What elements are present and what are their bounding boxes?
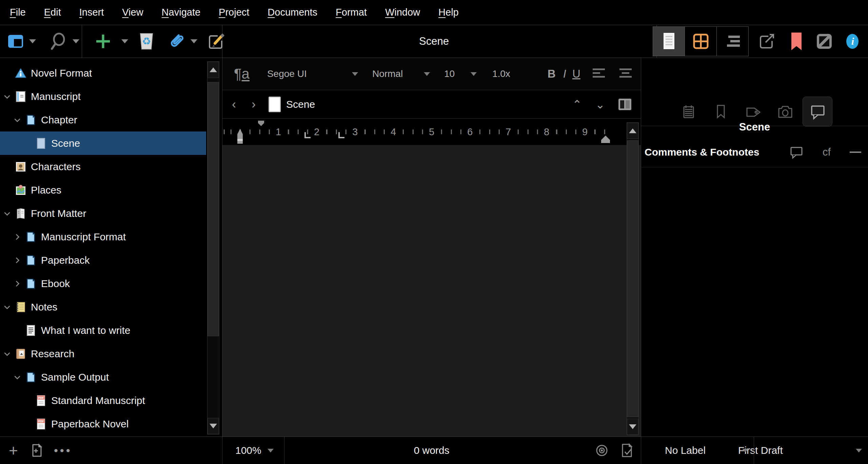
paragraph-style-select[interactable]: Normal [372,68,424,79]
compose-mode-icon[interactable] [816,33,833,50]
align-left-icon[interactable] [592,67,606,81]
align-center-icon[interactable] [618,67,633,81]
chevron-down-icon[interactable] [12,116,22,124]
document-icon[interactable] [269,97,281,112]
font-size-select[interactable]: 10 [444,68,471,79]
scroll-up-arrow[interactable] [627,123,638,139]
scroll-down-arrow[interactable] [208,418,219,434]
show-invisibles-icon[interactable]: ¶a [234,67,250,81]
binder-item-what-i-want-to-write[interactable]: What I want to write [0,319,206,342]
more-options-icon[interactable]: ••• [54,444,72,457]
menu-item-insert[interactable]: Insert [79,7,104,18]
menu-item-help[interactable]: Help [438,7,459,18]
ruler-number: 2 [311,126,322,138]
bookmark-icon[interactable] [791,33,802,50]
first-line-indent-marker[interactable] [257,120,265,127]
menu-item-navigate[interactable]: Navigate [162,7,200,18]
add-comment-icon[interactable] [789,145,804,159]
binder-item-places[interactable]: Places [0,178,206,202]
editor-text-area[interactable] [222,145,641,437]
binder-item-characters[interactable]: Characters [0,155,206,178]
binder-item-label: Chapter [41,114,77,126]
split-view-icon[interactable] [618,98,632,111]
menu-item-project[interactable]: Project [219,7,249,18]
pdf-icon: PDF [35,395,47,406]
binder-item-notes[interactable]: Notes [0,295,206,319]
nav-forward-icon[interactable]: › [247,97,260,112]
binder-item-ebook[interactable]: Ebook [0,272,206,295]
binder-item-novel-format[interactable]: Novel Format [0,61,206,85]
binder-item-research[interactable]: Research [0,342,206,365]
paragraph-style-caret[interactable] [424,72,430,76]
menu-item-edit[interactable]: Edit [44,7,61,18]
binder-scroll-thumb[interactable] [208,82,219,336]
binder-item-sample-output[interactable]: Sample Output [0,365,206,389]
nav-back-icon[interactable]: ‹ [227,97,241,112]
text-doc-icon [25,325,37,336]
editor-scroll-thumb[interactable] [627,140,638,417]
chevron-down-icon[interactable] [2,209,12,218]
ruler[interactable]: 123456789 [222,119,641,145]
italic-button[interactable]: I [563,67,566,80]
label-caret[interactable] [742,449,748,452]
binder-item-standard-manuscript[interactable]: PDFStandard Manuscript [0,389,206,412]
label-select[interactable]: No Label [665,445,706,456]
menu-item-format[interactable]: Format [336,7,367,18]
scroll-up-arrow[interactable] [208,62,219,78]
collapse-all-icon[interactable] [850,152,861,153]
add-footnote-button[interactable]: cf [823,146,831,158]
left-indent-marker[interactable] [236,128,244,144]
view-corkboard-icon[interactable] [685,27,717,56]
binder-item-paperback-novel[interactable]: PDFPaperback Novel [0,412,206,436]
inspector-title: Scene [641,121,868,133]
chevron-right-icon[interactable] [12,233,22,241]
binder-item-front-matter[interactable]: Front Matter [0,202,206,225]
menu-item-file[interactable]: File [10,7,26,18]
characters-photo-icon [15,161,26,173]
font-family-caret[interactable] [352,72,358,76]
editor-scrollbar[interactable] [627,122,639,435]
binder-item-manuscript[interactable]: Manuscript [0,85,206,108]
status-caret[interactable] [856,449,862,452]
writing-target-icon[interactable] [595,443,609,458]
view-document-icon[interactable] [653,27,685,56]
chevron-down-icon[interactable] [2,303,12,311]
font-family-select[interactable]: Segoe UI [267,68,352,79]
tab-stop-marker[interactable] [304,132,311,138]
chevron-down-icon[interactable] [12,373,22,382]
binder-scrollbar[interactable] [207,61,219,435]
menu-item-window[interactable]: Window [385,7,420,18]
binder-item-chapter[interactable]: Chapter [0,108,206,132]
binder-item-manuscript-format[interactable]: Manuscript Format [0,225,206,248]
binder-item-scene[interactable]: Scene [0,132,206,155]
bold-button[interactable]: B [548,67,556,80]
add-special-icon[interactable] [30,442,44,459]
right-indent-marker[interactable] [601,136,610,143]
previous-document-icon[interactable]: ⌃ [570,98,585,111]
next-document-icon[interactable]: ⌄ [593,98,608,111]
blue-folder-icon [25,231,37,243]
underline-button[interactable]: U [572,67,580,80]
share-icon[interactable] [757,32,776,51]
chevron-down-icon[interactable] [2,349,12,358]
chevron-right-icon[interactable] [12,256,22,265]
chevron-right-icon[interactable] [12,279,22,288]
blue-folder-icon [25,371,37,383]
scroll-down-arrow[interactable] [627,419,638,435]
chevron-down-icon[interactable] [2,92,12,101]
binder-item-label: Standard Manuscript [51,395,145,406]
binder-item-paperback[interactable]: Paperback [0,248,206,272]
tab-stop-marker[interactable] [338,132,344,138]
document-status-check-icon[interactable] [620,442,633,459]
menu-item-view[interactable]: View [122,7,143,18]
info-icon[interactable]: i [846,33,859,49]
font-size-caret[interactable] [471,72,477,76]
word-count: 0 words [222,445,641,456]
ruler-number: 8 [541,126,552,138]
binder-item-label: Manuscript Format [41,231,126,243]
line-spacing-select[interactable]: 1.0x [492,68,510,79]
menu-item-documents[interactable]: Documents [268,7,317,18]
format-toolbar: ¶a Segoe UI Normal 10 1.0x B I U [222,58,641,90]
view-outliner-icon[interactable] [717,27,748,56]
ruler-number: 4 [388,126,399,138]
